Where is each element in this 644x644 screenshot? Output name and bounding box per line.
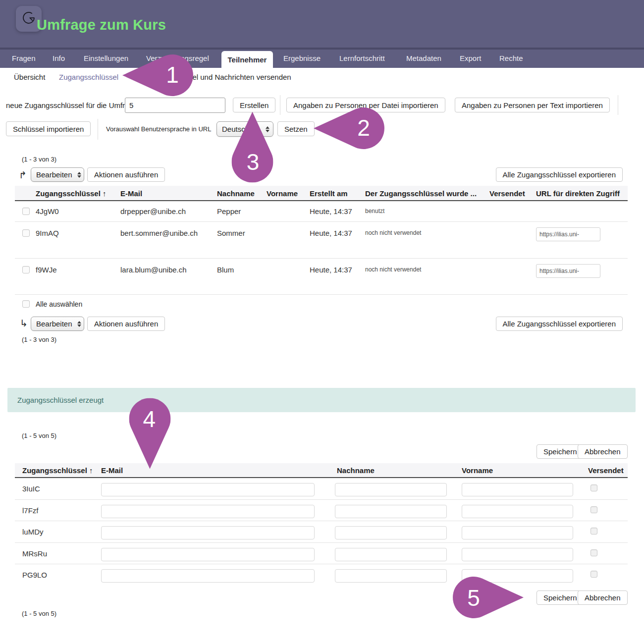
table1-col-lastname[interactable]: Nachname xyxy=(217,189,255,198)
language-select[interactable]: Deutsch xyxy=(216,121,273,137)
table2-col-firstname[interactable]: Vorname xyxy=(462,466,493,475)
export-all-keys-button-top[interactable]: Alle Zugangsschlüssel exportieren xyxy=(496,167,623,182)
form-divider-3 xyxy=(98,119,98,140)
cancel-button-top[interactable]: Abbrechen xyxy=(578,444,628,459)
execute-actions-button-bottom[interactable]: Aktionen ausführen xyxy=(87,317,165,331)
row-checkbox[interactable] xyxy=(22,208,30,215)
table1-col-url[interactable]: URL für direkten Zugriff xyxy=(536,189,620,198)
tab-rechte[interactable]: Rechte xyxy=(499,54,523,62)
language-select-value: Deutsch xyxy=(222,125,249,133)
tab-lernfortschritt[interactable]: Lernfortschritt xyxy=(339,54,385,62)
email-input[interactable] xyxy=(101,483,315,496)
select-all-label: Alle auswählen xyxy=(36,300,82,308)
select-all-checkbox[interactable] xyxy=(22,300,30,308)
firstname-input[interactable] xyxy=(462,483,573,496)
sent-checkbox[interactable] xyxy=(590,484,597,491)
sort-asc-icon: ↑ xyxy=(89,466,93,475)
language-preselect-label: Vorauswahl Benutzersprache in URL xyxy=(106,125,211,133)
tab-verzweigungsregel[interactable]: Verzweigungsregel xyxy=(146,54,209,62)
key-cell: l7Fzf xyxy=(22,506,39,515)
key-cell: 4JgW0 xyxy=(36,207,59,215)
lastname-input[interactable] xyxy=(335,526,447,539)
email-input[interactable] xyxy=(101,505,315,518)
table1-col-sent[interactable]: Versendet xyxy=(489,189,525,198)
lastname-input[interactable] xyxy=(335,548,447,561)
sent-checkbox[interactable] xyxy=(590,506,597,513)
direct-access-url-input[interactable] xyxy=(536,227,600,241)
table-row: 4JgW0 drpepper@unibe.ch Pepper Heute, 14… xyxy=(15,201,628,222)
firstname-input[interactable] xyxy=(462,526,573,539)
direct-access-url-input[interactable] xyxy=(536,264,600,278)
save-button-bottom[interactable]: Speichern xyxy=(537,590,584,605)
table2-range-top: (1 - 5 von 5) xyxy=(22,432,56,439)
email-input[interactable] xyxy=(101,569,315,583)
create-keys-button[interactable]: Erstellen xyxy=(233,98,275,112)
table-row: 3IuIC xyxy=(15,478,628,500)
row-checkbox[interactable] xyxy=(22,266,30,273)
lastname-input[interactable] xyxy=(335,569,447,583)
email-input[interactable] xyxy=(101,526,315,539)
row-checkbox[interactable] xyxy=(22,229,30,237)
table1-col-used[interactable]: Der Zugangsschlüssel wurde ... xyxy=(365,189,477,198)
tab-fragen[interactable]: Fragen xyxy=(12,54,36,62)
tab-einstellungen[interactable]: Einstellungen xyxy=(84,54,128,62)
app-header: Umfrage zum Kurs xyxy=(0,0,644,48)
table2-col-key[interactable]: Zugangsschlüssel ↑ xyxy=(22,466,93,475)
table-row: MRsRu xyxy=(15,543,628,564)
table2-col-lastname[interactable]: Nachname xyxy=(337,466,375,475)
firstname-input[interactable] xyxy=(462,569,573,583)
key-cell: f9WJe xyxy=(36,266,57,274)
table1-col-key[interactable]: Zugangsschlüssel ↑ xyxy=(36,189,107,198)
lastname-input[interactable] xyxy=(335,505,447,518)
select-updown-icon xyxy=(266,126,269,132)
table2-col-email[interactable]: E-Mail xyxy=(101,466,123,475)
email-cell: lara.blum@unibe.ch xyxy=(120,266,187,274)
email-cell: bert.sommer@unibe.ch xyxy=(120,229,198,237)
key-cell: MRsRu xyxy=(22,549,47,558)
email-cell: drpepper@unibe.ch xyxy=(120,207,186,215)
table1-range-bottom: (1 - 3 von 3) xyxy=(22,336,56,343)
table2-range-bottom: (1 - 5 von 5) xyxy=(22,610,56,617)
set-language-button[interactable]: Setzen xyxy=(277,121,315,136)
created-cell: Heute, 14:37 xyxy=(310,266,352,274)
table-row: l7Fzf xyxy=(15,500,628,521)
subtab-uebersicht[interactable]: Übersicht xyxy=(14,73,45,81)
tab-teilnehmer-active[interactable]: Teilnehmer xyxy=(221,51,273,68)
table1-col-firstname[interactable]: Vorname xyxy=(267,189,298,198)
table1-col-email[interactable]: E-Mail xyxy=(120,189,142,198)
table1-range-top: (1 - 3 von 3) xyxy=(22,156,56,163)
email-input[interactable] xyxy=(101,548,315,561)
table1-action-select-bottom[interactable]: Bearbeiten xyxy=(31,317,84,331)
lastname-input[interactable] xyxy=(335,483,447,496)
table1-header-row: Zugangsschlüssel ↑ E-Mail Nachname Vorna… xyxy=(15,186,628,201)
subtab-nachrichten-versenden[interactable]: Zugangsschlüssel und Nachrichten versend… xyxy=(139,73,291,81)
import-keys-button[interactable]: Schlüssel importieren xyxy=(6,121,91,136)
tab-metadaten[interactable]: Metadaten xyxy=(406,54,441,62)
import-persons-file-button[interactable]: Angaben zu Personen per Datei importiere… xyxy=(286,98,445,112)
sent-checkbox[interactable] xyxy=(590,549,597,556)
import-persons-text-button[interactable]: Angaben zu Personen per Text importieren xyxy=(455,98,610,112)
new-keys-count-input[interactable] xyxy=(125,98,225,113)
tab-info[interactable]: Info xyxy=(53,54,65,62)
created-cell: Heute, 14:37 xyxy=(310,229,352,237)
tab-export[interactable]: Export xyxy=(460,54,481,62)
sent-checkbox[interactable] xyxy=(590,528,597,535)
form-divider-1 xyxy=(280,95,280,115)
tab-ergebnisse[interactable]: Ergebnisse xyxy=(283,54,321,62)
table1-col-created[interactable]: Erstellt am xyxy=(310,189,348,198)
table2-col-sent[interactable]: Versendet xyxy=(588,466,624,475)
subtab-zugangsschluessel[interactable]: Zugangsschlüssel xyxy=(59,73,118,81)
cancel-button-bottom[interactable]: Abbrechen xyxy=(578,590,628,605)
firstname-input[interactable] xyxy=(462,505,573,518)
export-all-keys-button-bottom[interactable]: Alle Zugangsschlüssel exportieren xyxy=(496,317,623,331)
firstname-input[interactable] xyxy=(462,548,573,561)
key-cell: PG9LO xyxy=(22,571,47,579)
save-button-top[interactable]: Speichern xyxy=(537,444,584,459)
table-row: 9ImAQ bert.sommer@unibe.ch Sommer Heute,… xyxy=(15,222,628,259)
execute-actions-button-top[interactable]: Aktionen ausführen xyxy=(87,167,165,182)
main-tabbar: Fragen Info Einstellungen Verzweigungsre… xyxy=(0,50,644,68)
success-message-text: Zugangsschlüssel erzeugt xyxy=(17,396,104,404)
table1-action-select-top[interactable]: Bearbeiten xyxy=(31,167,84,182)
sent-checkbox[interactable] xyxy=(590,571,597,578)
table2-header-row: Zugangsschlüssel ↑ E-Mail Nachname Vorna… xyxy=(15,463,628,478)
